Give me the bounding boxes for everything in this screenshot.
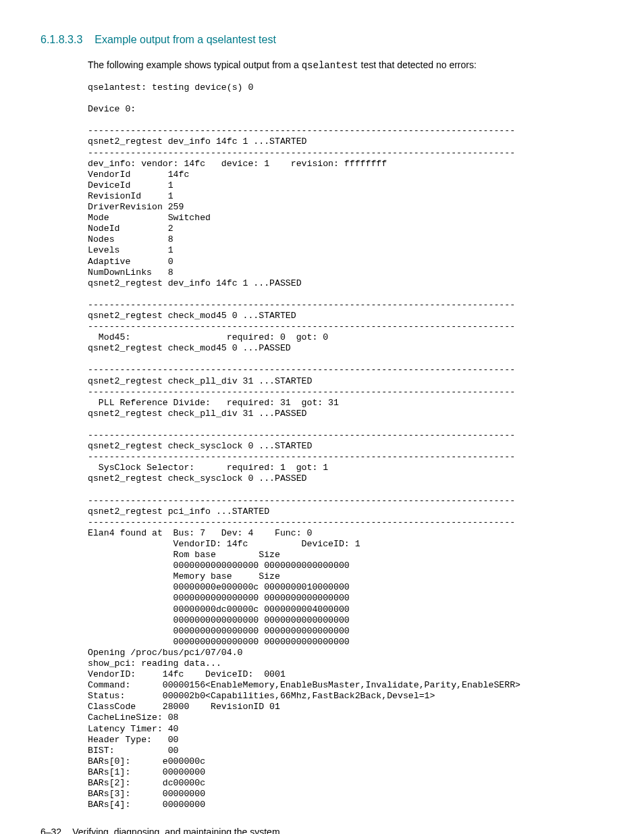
section-heading: 6.1.8.3.3Example output from a qselantes…	[41, 34, 603, 46]
page-number: 6–32	[41, 827, 61, 834]
intro-paragraph: The following example shows typical outp…	[88, 58, 603, 73]
intro-prefix: The following example shows typical outp…	[88, 59, 302, 70]
section-number: 6.1.8.3.3	[41, 34, 82, 45]
page-footer: 6–32Verifying, diagnosing, and maintaini…	[41, 827, 603, 834]
code-output: qselantest: testing device(s) 0 Device 0…	[88, 82, 603, 810]
section-title: Example output from a qselantest test	[95, 34, 276, 45]
intro-suffix: test that detected no errors:	[358, 59, 477, 70]
intro-command: qselantest	[302, 60, 358, 71]
footer-label: Verifying, diagnosing, and maintaining t…	[72, 827, 279, 834]
